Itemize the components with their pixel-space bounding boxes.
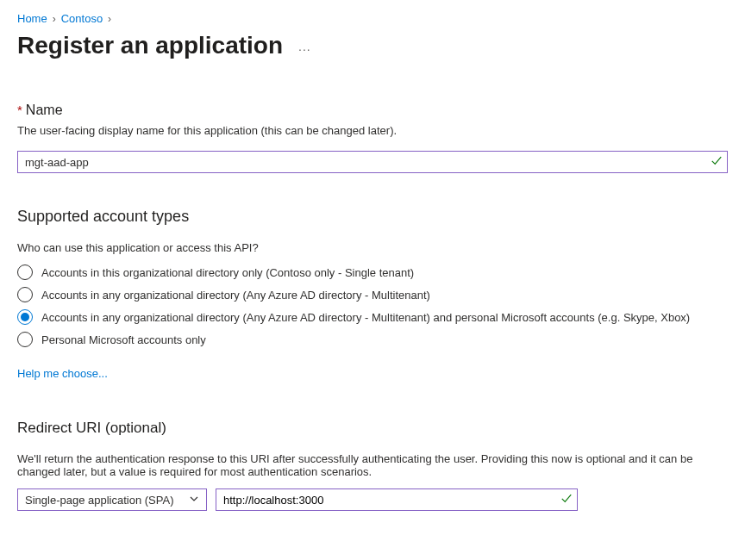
name-label: *Name [17,103,728,118]
account-types-radio-group: Accounts in this organizational director… [17,264,728,347]
page-title: Register an application [17,32,283,59]
account-types-heading: Supported account types [17,208,728,226]
radio-label: Accounts in this organizational director… [41,266,414,279]
chevron-right-icon: › [108,13,111,25]
redirect-help-text: We'll return the authentication response… [17,452,728,478]
radio-multitenant[interactable]: Accounts in any organizational directory… [17,287,728,302]
radio-multitenant-personal[interactable]: Accounts in any organizational directory… [17,309,728,325]
redirect-uri-wrap [216,488,578,511]
name-input-row [17,151,728,173]
platform-selected-label: Single-page application (SPA) [25,494,173,507]
radio-label: Accounts in any organizational directory… [41,311,690,324]
help-me-choose-link[interactable]: Help me choose... [17,367,108,380]
name-help-text: The user-facing display name for this ap… [17,124,728,137]
chevron-down-icon [189,494,199,507]
redirect-uri-input[interactable] [216,488,578,511]
breadcrumb-org[interactable]: Contoso [61,12,103,25]
chevron-right-icon: › [53,13,56,25]
radio-circle-icon [17,287,33,302]
radio-circle-icon [17,309,33,325]
name-input[interactable] [17,151,728,173]
more-actions-button[interactable]: ··· [298,42,311,56]
radio-circle-icon [17,332,33,347]
breadcrumb-home[interactable]: Home [17,12,47,25]
required-star-icon: * [17,103,22,117]
account-types-question: Who can use this application or access t… [17,241,728,254]
redirect-row: Single-page application (SPA) [17,488,728,511]
platform-select[interactable]: Single-page application (SPA) [17,488,207,511]
breadcrumb: Home › Contoso › [17,12,728,25]
radio-label: Personal Microsoft accounts only [41,333,206,346]
radio-label: Accounts in any organizational directory… [41,289,430,302]
title-row: Register an application ··· [17,32,728,59]
radio-circle-icon [17,264,33,280]
radio-single-tenant[interactable]: Accounts in this organizational director… [17,264,728,280]
radio-personal-only[interactable]: Personal Microsoft accounts only [17,332,728,347]
name-label-text: Name [26,103,63,117]
redirect-heading: Redirect URI (optional) [17,420,728,437]
